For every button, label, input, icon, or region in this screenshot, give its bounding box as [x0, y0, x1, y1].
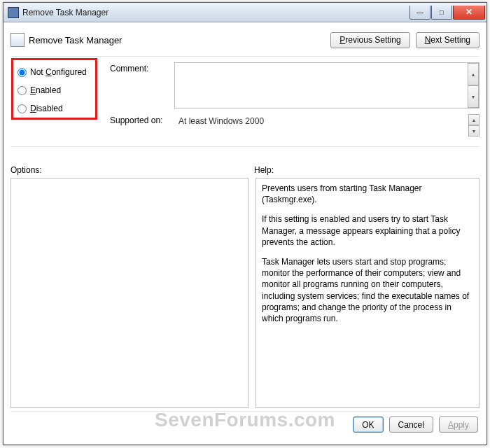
state-radio-group: Not Configured Enabled Disabled	[11, 58, 97, 120]
disabled-radio[interactable]	[18, 104, 27, 113]
enabled-radio[interactable]	[18, 86, 27, 95]
policy-title: Remove Task Manager	[29, 35, 122, 46]
nav-buttons: Previous Setting Next Setting	[330, 32, 479, 48]
divider-2	[10, 146, 479, 147]
comment-textarea[interactable]: ▲▼	[174, 62, 479, 108]
next-setting-button[interactable]: Next Setting	[416, 32, 479, 48]
panes: Prevents users from starting Task Manage…	[10, 178, 479, 408]
minimize-button[interactable]: —	[410, 6, 430, 20]
window-title: Remove Task Manager	[22, 8, 108, 18]
supported-label: Supported on:	[110, 114, 174, 125]
disabled-label[interactable]: Disabled	[30, 104, 63, 113]
dialog-buttons: OK Cancel Apply	[10, 411, 479, 438]
top-fields: Comment: ▲▼ Supported on: At least Windo…	[110, 62, 479, 142]
previous-setting-button[interactable]: Previous Setting	[330, 32, 410, 48]
cancel-button[interactable]: Cancel	[389, 416, 433, 433]
apply-button[interactable]: Apply	[439, 416, 478, 433]
ok-button[interactable]: OK	[353, 416, 383, 433]
comment-scroll[interactable]: ▲▼	[468, 63, 479, 108]
not-configured-label[interactable]: Not Configured	[30, 67, 87, 77]
options-label: Options:	[10, 165, 254, 175]
comment-label: Comment:	[110, 62, 174, 74]
enabled-label[interactable]: Enabled	[30, 85, 61, 95]
maximize-button[interactable]: □	[431, 6, 452, 20]
policy-header: Remove Task Manager Previous Setting Nex…	[10, 28, 479, 52]
section-labels: Options: Help:	[10, 165, 479, 175]
policy-icon	[10, 33, 24, 47]
divider	[10, 56, 479, 57]
close-button[interactable]: ✕	[453, 6, 485, 20]
supported-scroll[interactable]: ▲▼	[468, 114, 479, 136]
help-pane: Prevents users from starting Task Manage…	[255, 178, 479, 408]
app-icon	[8, 7, 19, 18]
help-paragraph: Prevents users from starting Task Manage…	[262, 183, 473, 205]
help-label: Help:	[254, 165, 274, 175]
client-area: Remove Task Manager Previous Setting Nex…	[4, 22, 486, 444]
not-configured-radio[interactable]	[18, 68, 27, 77]
supported-on-value: At least Windows 2000	[178, 116, 264, 126]
options-pane	[10, 178, 248, 408]
policy-dialog-window: Remove Task Manager — □ ✕ Remove Task Ma…	[3, 2, 487, 445]
titlebar[interactable]: Remove Task Manager — □ ✕	[4, 3, 486, 22]
help-paragraph: If this setting is enabled and users try…	[262, 214, 473, 248]
supported-on-text: At least Windows 2000 ▲▼	[174, 114, 479, 136]
window-controls: — □ ✕	[409, 6, 486, 20]
help-paragraph: Task Manager lets users start and stop p…	[262, 256, 473, 324]
